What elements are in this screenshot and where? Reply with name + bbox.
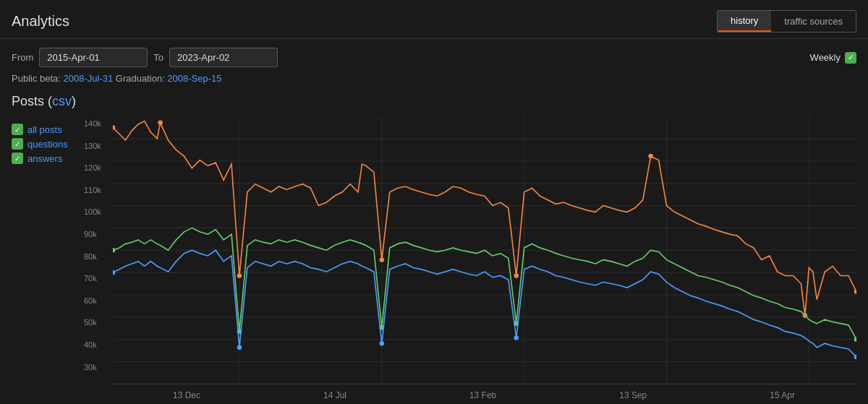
legend-item-questions[interactable]: ✓ questions	[12, 138, 84, 150]
app-container: Analytics history traffic sources From T…	[0, 0, 868, 400]
weekly-toggle[interactable]: Weekly ✓	[810, 52, 856, 64]
date-controls: From To Weekly ✓	[0, 39, 868, 72]
csv-link[interactable]: csv	[52, 94, 72, 108]
x-axis: 13 Dec 14 Jul 13 Feb 13 Sep 15 Apr	[84, 387, 856, 400]
svg-point-22	[514, 273, 519, 278]
svg-point-23	[648, 154, 653, 159]
svg-point-25	[854, 289, 856, 294]
x-label-dec: 13 Dec	[173, 390, 200, 400]
legend-item-answers[interactable]: ✓ answers	[12, 152, 84, 164]
x-label-jul: 14 Jul	[323, 390, 346, 400]
green-line	[113, 228, 856, 339]
answers-label: answers	[27, 153, 62, 164]
svg-point-20	[237, 273, 242, 278]
chart-svg-container	[113, 116, 856, 387]
orange-dots	[113, 121, 856, 318]
page-title: Analytics	[12, 13, 69, 30]
x-label-feb: 13 Feb	[469, 390, 496, 400]
from-date-input[interactable]	[39, 48, 148, 67]
orange-line	[113, 121, 856, 316]
beta-info: Public beta: 2008-Jul-31 Graduation: 200…	[0, 72, 868, 90]
from-label: From	[12, 52, 33, 63]
x-label-sep: 13 Sep	[619, 390, 647, 400]
tab-traffic-sources[interactable]: traffic sources	[771, 12, 856, 31]
svg-point-26	[113, 248, 115, 253]
beta-text: Public beta:	[12, 73, 64, 84]
graduation-text: Graduation:	[113, 73, 167, 84]
svg-point-34	[514, 335, 519, 340]
svg-point-19	[158, 121, 163, 126]
chart-legend: ✓ all posts ✓ questions ✓ answers	[12, 116, 84, 400]
blue-line	[113, 250, 856, 357]
all-posts-label: all posts	[27, 124, 62, 135]
x-label-apr: 15 Apr	[770, 390, 795, 400]
to-label: To	[153, 52, 163, 63]
svg-point-33	[380, 341, 385, 346]
tab-history[interactable]: history	[718, 11, 771, 32]
line-chart	[113, 116, 856, 387]
answers-check: ✓	[12, 152, 23, 164]
to-date-input[interactable]	[169, 48, 278, 67]
svg-point-30	[854, 337, 856, 342]
posts-section-title: Posts (csv)	[0, 90, 868, 112]
beta-date-link[interactable]: 2008-Jul-31	[64, 73, 114, 84]
svg-point-21	[380, 257, 385, 262]
graduation-date-link[interactable]: 2008-Sep-15	[167, 73, 221, 84]
header: Analytics history traffic sources	[0, 0, 868, 39]
questions-label: questions	[27, 139, 68, 150]
legend-item-all-posts[interactable]: ✓ all posts	[12, 124, 84, 135]
weekly-label: Weekly	[810, 52, 841, 63]
y-axis: 140k 130k 120k 110k 100k 90k 80k 70k 60k…	[84, 116, 113, 387]
all-posts-check: ✓	[12, 124, 23, 135]
tab-group: history traffic sources	[717, 10, 856, 33]
questions-check: ✓	[12, 138, 23, 150]
weekly-check-icon: ✓	[845, 52, 856, 64]
svg-point-32	[237, 345, 242, 350]
chart-area: ✓ all posts ✓ questions ✓ answers 140k 1…	[0, 112, 868, 400]
